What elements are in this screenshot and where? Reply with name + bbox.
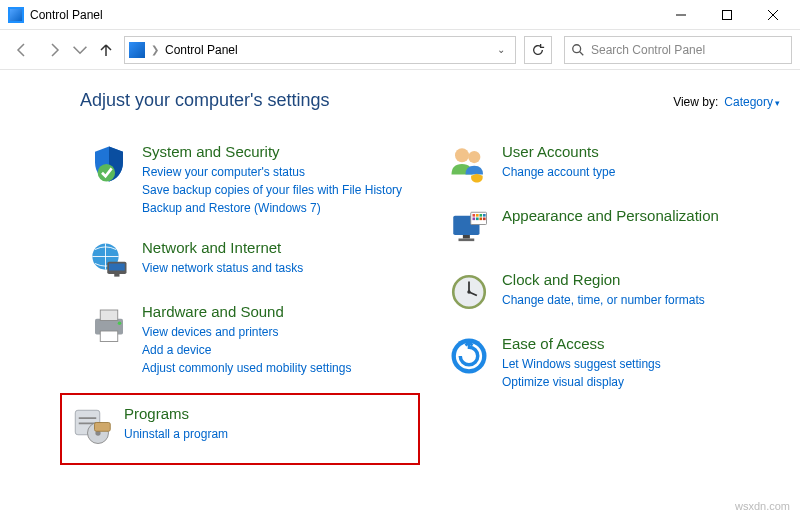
address-bar[interactable]: ❯ Control Panel ⌄: [124, 36, 516, 64]
category-column-left: System and Security Review your computer…: [80, 137, 420, 475]
page-heading: Adjust your computer's settings: [80, 90, 673, 111]
svg-rect-34: [483, 218, 486, 221]
svg-point-4: [573, 44, 581, 52]
category-link[interactable]: View network status and tasks: [142, 259, 412, 277]
category-system-security: System and Security Review your computer…: [80, 137, 420, 223]
category-title[interactable]: Ease of Access: [502, 335, 772, 353]
navbar: ❯ Control Panel ⌄ Search Control Panel: [0, 30, 800, 70]
category-title[interactable]: Clock and Region: [502, 271, 772, 289]
svg-rect-33: [480, 218, 483, 221]
view-by-label: View by:: [673, 95, 718, 109]
category-link[interactable]: Review your computer's status: [142, 163, 412, 181]
window-title: Control Panel: [30, 8, 103, 22]
svg-rect-28: [476, 214, 479, 217]
svg-rect-32: [476, 218, 479, 221]
view-by-dropdown[interactable]: Category▾: [724, 95, 780, 109]
category-programs: Programs Uninstall a program: [60, 393, 420, 465]
category-link[interactable]: Uninstall a program: [124, 425, 410, 443]
appearance-icon: [448, 207, 490, 249]
svg-rect-16: [79, 417, 97, 419]
content-header: Adjust your computer's settings View by:…: [80, 90, 780, 111]
refresh-button[interactable]: [524, 36, 552, 64]
address-bar-icon: [129, 42, 145, 58]
titlebar: Control Panel: [0, 0, 800, 30]
category-link[interactable]: Change date, time, or number formats: [502, 291, 772, 309]
category-clock: Clock and Region Change date, time, or n…: [440, 265, 780, 319]
category-title[interactable]: System and Security: [142, 143, 412, 161]
breadcrumb-item[interactable]: Control Panel: [165, 43, 238, 57]
maximize-button[interactable]: [704, 0, 750, 30]
svg-rect-9: [109, 264, 125, 271]
category-link[interactable]: Add a device: [142, 341, 412, 359]
svg-rect-12: [100, 310, 118, 321]
chevron-down-icon: ▾: [775, 98, 780, 108]
address-dropdown-button[interactable]: ⌄: [491, 44, 511, 55]
recent-locations-button[interactable]: [72, 36, 88, 64]
svg-rect-24: [463, 235, 470, 239]
category-hardware: Hardware and Sound View devices and prin…: [80, 297, 420, 383]
forward-button[interactable]: [40, 36, 68, 64]
ease-of-access-icon: [448, 335, 490, 377]
category-link[interactable]: Change account type: [502, 163, 772, 181]
printer-icon: [88, 303, 130, 345]
svg-rect-1: [723, 10, 732, 19]
category-link[interactable]: Save backup copies of your files with Fi…: [142, 181, 412, 199]
svg-rect-29: [480, 214, 483, 217]
category-column-right: User Accounts Change account type Appear…: [440, 137, 780, 475]
svg-rect-30: [483, 214, 486, 217]
control-panel-icon: [8, 7, 24, 23]
category-title[interactable]: User Accounts: [502, 143, 772, 161]
category-link[interactable]: View devices and printers: [142, 323, 412, 341]
user-accounts-icon: [448, 143, 490, 185]
svg-rect-13: [100, 331, 118, 342]
category-title[interactable]: Appearance and Personalization: [502, 207, 772, 225]
svg-rect-25: [459, 239, 475, 242]
view-by-value: Category: [724, 95, 773, 109]
search-input[interactable]: Search Control Panel: [564, 36, 792, 64]
svg-point-38: [467, 290, 471, 294]
category-link[interactable]: Optimize visual display: [502, 373, 772, 391]
close-button[interactable]: [750, 0, 796, 30]
minimize-button[interactable]: [658, 0, 704, 30]
globe-network-icon: [88, 239, 130, 281]
chevron-right-icon[interactable]: ❯: [151, 44, 159, 55]
svg-point-6: [98, 164, 116, 182]
category-ease-of-access: Ease of Access Let Windows suggest setti…: [440, 329, 780, 397]
category-link[interactable]: Let Windows suggest settings: [502, 355, 772, 373]
category-title[interactable]: Programs: [124, 405, 410, 423]
category-title[interactable]: Hardware and Sound: [142, 303, 412, 321]
svg-rect-20: [95, 423, 111, 432]
category-title[interactable]: Network and Internet: [142, 239, 412, 257]
category-appearance: Appearance and Personalization: [440, 201, 780, 255]
category-user-accounts: User Accounts Change account type: [440, 137, 780, 191]
category-link[interactable]: Adjust commonly used mobility settings: [142, 359, 412, 377]
content-area: Adjust your computer's settings View by:…: [0, 70, 800, 495]
category-link[interactable]: Backup and Restore (Windows 7): [142, 199, 412, 217]
category-network: Network and Internet View network status…: [80, 233, 420, 287]
search-icon: [571, 43, 585, 57]
search-placeholder: Search Control Panel: [591, 43, 705, 57]
svg-rect-27: [473, 214, 476, 217]
programs-icon: [70, 405, 112, 447]
svg-rect-10: [114, 274, 119, 277]
clock-icon: [448, 271, 490, 313]
svg-line-5: [580, 51, 584, 55]
svg-rect-31: [473, 218, 476, 221]
svg-point-22: [468, 151, 480, 163]
svg-point-21: [455, 148, 469, 162]
svg-point-14: [118, 321, 122, 325]
back-button[interactable]: [8, 36, 36, 64]
up-button[interactable]: [92, 36, 120, 64]
shield-icon: [88, 143, 130, 185]
